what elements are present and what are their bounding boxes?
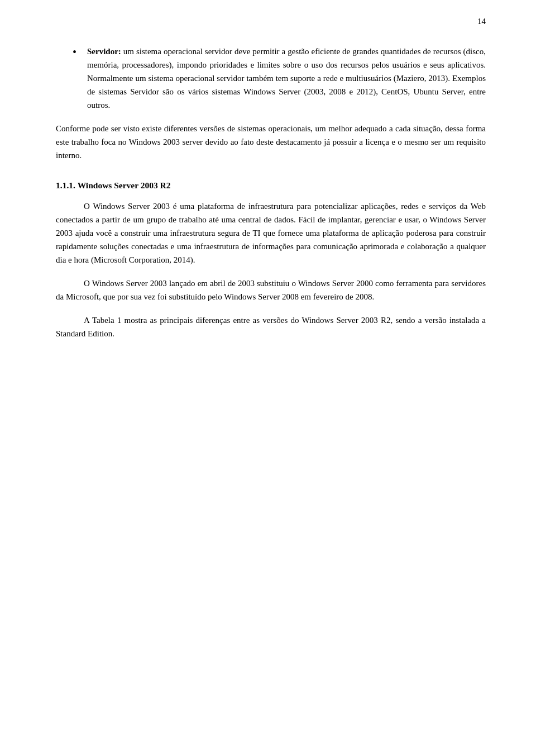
- section-heading-title: Windows Server 2003 R2: [78, 180, 171, 190]
- section-paragraph-3: A Tabela 1 mostra as principais diferenç…: [56, 313, 486, 340]
- section-paragraph-2: O Windows Server 2003 lançado em abril d…: [56, 277, 486, 303]
- section-111-content: O Windows Server 2003 é uma plataforma d…: [56, 199, 486, 340]
- paragraph-conforme: Conforme pode ser visto existe diferente…: [56, 122, 486, 162]
- main-content: • Servidor: um sistema operacional servi…: [56, 45, 486, 340]
- page-number: 14: [477, 17, 486, 26]
- bullet-item-servidor: • Servidor: um sistema operacional servi…: [56, 45, 486, 112]
- bullet-dot-icon: •: [73, 44, 83, 60]
- bullet-section: • Servidor: um sistema operacional servi…: [56, 45, 486, 112]
- section-paragraph-1: O Windows Server 2003 é uma plataforma d…: [56, 199, 486, 267]
- page: 14 • Servidor: um sistema operacional se…: [0, 0, 536, 756]
- section-heading-111: 1.1.1. Windows Server 2003 R2: [56, 179, 486, 192]
- section-heading-number: 1.1.1.: [56, 180, 75, 190]
- bullet-bold-label: Servidor:: [87, 47, 121, 56]
- bullet-body-text: um sistema operacional servidor deve per…: [87, 47, 486, 110]
- bullet-item-text: Servidor: um sistema operacional servido…: [87, 45, 486, 112]
